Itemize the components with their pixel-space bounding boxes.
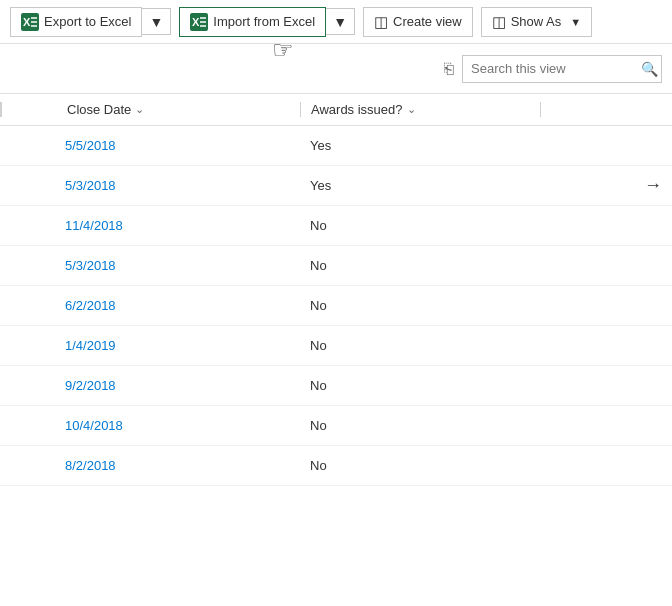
- cell-date: 11/4/2018: [0, 218, 300, 233]
- import-dropdown-button[interactable]: ▼: [326, 8, 355, 35]
- import-label: Import from Excel: [213, 14, 315, 29]
- cell-date: 5/3/2018: [0, 258, 300, 273]
- table-row[interactable]: 11/4/2018No: [0, 206, 672, 246]
- column-header-awards-issued[interactable]: Awards issued? ⌄: [300, 102, 540, 117]
- cell-date: 9/2/2018: [0, 378, 300, 393]
- export-label: Export to Excel: [44, 14, 131, 29]
- cell-date: 10/4/2018: [0, 418, 300, 433]
- table-row[interactable]: 1/4/2019No: [0, 326, 672, 366]
- show-as-icon: ◫: [492, 13, 506, 31]
- create-view-button[interactable]: ◫ Create view: [363, 7, 473, 37]
- table-row[interactable]: 5/5/2018Yes: [0, 126, 672, 166]
- toolbar: X Export to Excel ▼ X Import from Excel …: [0, 0, 672, 44]
- export-dropdown-button[interactable]: ▼: [142, 8, 171, 35]
- cell-award: No: [300, 298, 540, 313]
- import-from-excel-button[interactable]: X Import from Excel: [179, 7, 326, 37]
- cell-award: Yes: [300, 178, 540, 193]
- column-header-close-date[interactable]: Close Date ⌄: [0, 102, 300, 117]
- table-row[interactable]: 9/2/2018No: [0, 366, 672, 406]
- awards-sort-icon: ⌄: [407, 103, 416, 116]
- cell-award: Yes: [300, 138, 540, 153]
- row-navigate-arrow-icon[interactable]: →: [644, 175, 662, 196]
- cell-award: No: [300, 378, 540, 393]
- import-dropdown-icon: ▼: [333, 14, 347, 30]
- table-row[interactable]: 6/2/2018No: [0, 286, 672, 326]
- table-row[interactable]: 10/4/2018No: [0, 406, 672, 446]
- show-as-button[interactable]: ◫ Show As ▼: [481, 7, 592, 37]
- data-table: Close Date ⌄ Awards issued? ⌄ 5/5/2018Ye…: [0, 94, 672, 486]
- search-box: 🔍: [462, 55, 662, 83]
- cell-award: No: [300, 258, 540, 273]
- cell-award: No: [300, 218, 540, 233]
- table-row[interactable]: 5/3/2018No: [0, 246, 672, 286]
- search-bar-area: ⎗ 🔍: [0, 44, 672, 94]
- export-dropdown-icon: ▼: [149, 14, 163, 30]
- cell-date: 1/4/2019: [0, 338, 300, 353]
- excel-export-icon: X: [21, 13, 39, 31]
- table-row[interactable]: 5/3/2018Yes→: [0, 166, 672, 206]
- table-rows: 5/5/2018Yes5/3/2018Yes→11/4/2018No5/3/20…: [0, 126, 672, 486]
- create-view-icon: ◫: [374, 13, 388, 31]
- cell-award: No: [300, 458, 540, 473]
- svg-text:X: X: [23, 16, 31, 28]
- cell-date: 5/3/2018: [0, 178, 300, 193]
- awards-issued-label: Awards issued?: [311, 102, 403, 117]
- search-input[interactable]: [463, 56, 633, 81]
- filter-icon[interactable]: ⎗: [444, 60, 454, 78]
- cell-date: 8/2/2018: [0, 458, 300, 473]
- create-view-label: Create view: [393, 14, 462, 29]
- search-button[interactable]: 🔍: [633, 56, 666, 82]
- table-row[interactable]: 8/2/2018No: [0, 446, 672, 486]
- close-date-sort-icon: ⌄: [135, 103, 144, 116]
- show-as-dropdown-icon: ▼: [570, 16, 581, 28]
- export-to-excel-button[interactable]: X Export to Excel: [10, 7, 142, 37]
- close-date-label: Close Date: [67, 102, 131, 117]
- svg-text:X: X: [192, 16, 200, 28]
- column-extra: [540, 102, 672, 117]
- cell-date: 5/5/2018: [0, 138, 300, 153]
- table-header: Close Date ⌄ Awards issued? ⌄: [0, 94, 672, 126]
- cell-award: No: [300, 418, 540, 433]
- cell-award: No: [300, 338, 540, 353]
- show-as-label: Show As: [511, 14, 562, 29]
- cell-date: 6/2/2018: [0, 298, 300, 313]
- excel-import-icon: X: [190, 13, 208, 31]
